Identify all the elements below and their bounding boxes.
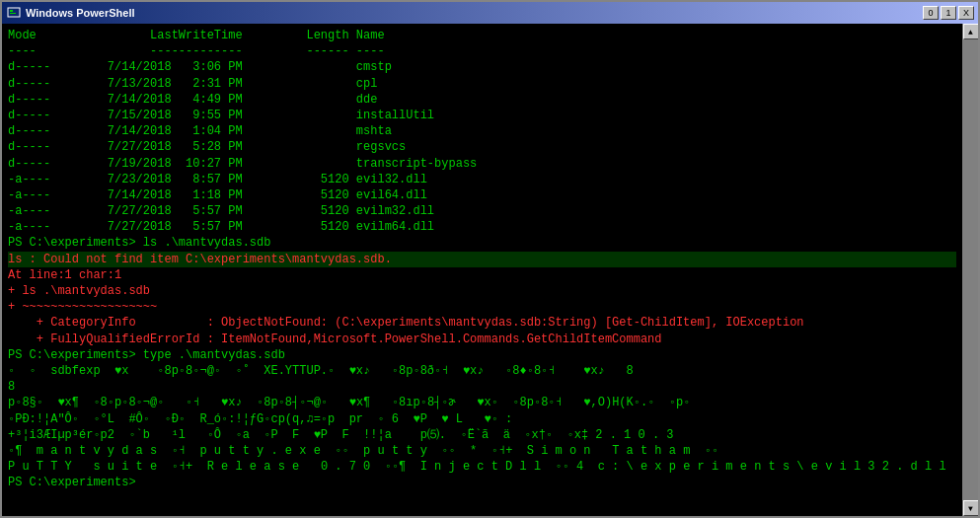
content-area: Mode LastWriteTime Length Name---- -----… <box>2 24 978 516</box>
terminal-line: -a---- 7/27/2018 5:57 PM 5120 evilm32.dl… <box>8 203 956 219</box>
scroll-down-button[interactable]: ▼ <box>963 500 979 516</box>
terminal-line: d----- 7/14/2018 4:49 PM dde <box>8 92 956 108</box>
terminal-line: At line:1 char:1 <box>8 267 956 283</box>
title-bar: Windows PowerShell 0 1 X <box>2 2 978 24</box>
terminal-line: ---- ------------- ------ ---- <box>8 43 956 59</box>
terminal-line: -a---- 7/14/2018 1:18 PM 5120 evil64.dll <box>8 187 956 203</box>
terminal-line: d----- 7/14/2018 1:04 PM mshta <box>8 123 956 139</box>
minimize-button[interactable]: 0 <box>923 6 939 20</box>
terminal-line: ◦¶ m a n t v y d a s ◦˧ p u t t y . e x … <box>8 443 956 459</box>
terminal-output[interactable]: Mode LastWriteTime Length Name---- -----… <box>2 24 962 516</box>
terminal-line: d----- 7/19/2018 10:27 PM transcript-byp… <box>8 156 956 172</box>
terminal-line: + ~~~~~~~~~~~~~~~~~~~ <box>8 299 956 315</box>
terminal-line: ◦PÐ:!¦A"Ô◦ ◦°L #Ô◦ ◦Ð◦ R_ó◦:!¦ƒG◦cp(q,♫=… <box>8 411 956 427</box>
scrollbar[interactable]: ▲ ▼ <box>962 24 978 516</box>
terminal-line: + ls .\mantvydas.sdb <box>8 283 956 299</box>
terminal-line: d----- 7/13/2018 2:31 PM cpl <box>8 76 956 92</box>
terminal-line: p◦8§◦ ♥x¶ ◦8◦p◦8◦¬@◦ ◦˧ ♥x♪ ◦8p◦8┤◦¬@◦ ♥… <box>8 395 956 410</box>
svg-rect-2 <box>10 13 16 14</box>
terminal-line: + FullyQualifiedErrorId : ItemNotFound,M… <box>8 332 956 347</box>
terminal-line: d----- 7/14/2018 3:06 PM cmstp <box>8 59 956 75</box>
scroll-up-button[interactable]: ▲ <box>963 24 979 39</box>
terminal-line: ls : Could not find item C:\experiments\… <box>8 252 956 267</box>
terminal-line: + CategoryInfo : ObjectNotFound: (C:\exp… <box>8 315 956 331</box>
terminal-line: +³¦i3ÆIµp³ér◦p2 ◦`b ¹l ◦Ô ◦a ◦P F ♥P F !… <box>8 427 956 443</box>
terminal-line: d----- 7/15/2018 9:55 PM installUtil <box>8 108 956 123</box>
svg-rect-0 <box>8 8 20 17</box>
terminal-line: PS C:\experiments> ls .\mantvydas.sdb <box>8 235 956 251</box>
terminal-line: ◦ ◦ sdbfexp ♥x ◦8p◦8◦¬@◦ ◦˚ XE.YTTUP.◦ ♥… <box>8 363 956 379</box>
terminal-line: PS C:\experiments> <box>8 475 956 490</box>
window-controls: 0 1 X <box>923 6 974 20</box>
maximize-button[interactable]: 1 <box>941 6 956 20</box>
terminal-line: P u T T Y s u i t e ◦˧+ R e l e a s e 0 … <box>8 459 956 475</box>
terminal-line: -a---- 7/27/2018 5:57 PM 5120 evilm64.dl… <box>8 219 956 235</box>
terminal-line: -a---- 7/23/2018 8:57 PM 5120 evil32.dll <box>8 172 956 187</box>
scroll-track[interactable] <box>963 39 978 500</box>
window-icon <box>6 5 22 21</box>
svg-rect-1 <box>10 10 13 12</box>
terminal-line: Mode LastWriteTime Length Name <box>8 28 956 43</box>
powershell-window: Windows PowerShell 0 1 X Mode LastWriteT… <box>0 0 980 518</box>
terminal-line: PS C:\experiments> type .\mantvydas.sdb <box>8 347 956 363</box>
terminal-line: d----- 7/27/2018 5:28 PM regsvcs <box>8 139 956 155</box>
close-button[interactable]: X <box>958 6 974 20</box>
window-title: Windows PowerShell <box>26 7 923 19</box>
terminal-line: 8 <box>8 379 956 395</box>
